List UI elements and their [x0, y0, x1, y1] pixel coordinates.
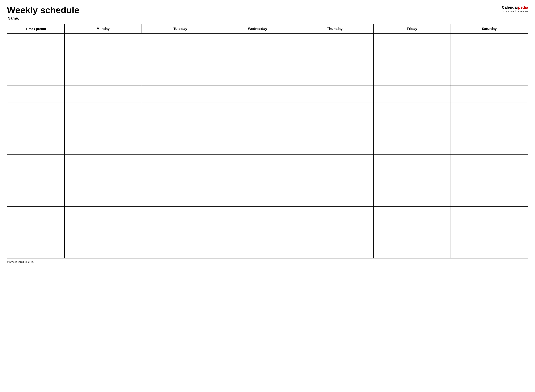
- day-cell: [451, 85, 528, 103]
- day-cell: [296, 85, 373, 103]
- table-row: [7, 137, 528, 154]
- schedule-table: Time / period Monday Tuesday Wednesday T…: [7, 24, 528, 258]
- day-cell: [451, 189, 528, 206]
- day-cell: [142, 154, 219, 172]
- day-cell: [451, 172, 528, 189]
- time-cell: [7, 172, 65, 189]
- col-header-monday: Monday: [65, 24, 142, 33]
- col-header-friday: Friday: [373, 24, 451, 33]
- page-header: Weekly schedule Name: Calendarpedia Your…: [7, 5, 528, 21]
- logo-pedia-text: pedia: [518, 5, 528, 9]
- table-row: [7, 85, 528, 103]
- day-cell: [451, 241, 528, 258]
- day-cell: [373, 154, 451, 172]
- day-cell: [219, 224, 296, 241]
- time-cell: [7, 154, 65, 172]
- day-cell: [451, 137, 528, 154]
- day-cell: [219, 154, 296, 172]
- table-header-row: Time / period Monday Tuesday Wednesday T…: [7, 24, 528, 33]
- day-cell: [373, 189, 451, 206]
- day-cell: [65, 189, 142, 206]
- day-cell: [65, 154, 142, 172]
- time-cell: [7, 224, 65, 241]
- day-cell: [373, 103, 451, 120]
- page-title: Weekly schedule: [7, 5, 79, 15]
- day-cell: [219, 103, 296, 120]
- day-cell: [373, 33, 451, 51]
- day-cell: [219, 120, 296, 137]
- table-row: [7, 33, 528, 51]
- col-header-thursday: Thursday: [296, 24, 373, 33]
- day-cell: [373, 172, 451, 189]
- col-header-tuesday: Tuesday: [142, 24, 219, 33]
- day-cell: [451, 51, 528, 68]
- name-label: Name:: [8, 16, 79, 21]
- day-cell: [142, 103, 219, 120]
- day-cell: [219, 51, 296, 68]
- day-cell: [373, 224, 451, 241]
- day-cell: [65, 103, 142, 120]
- day-cell: [373, 241, 451, 258]
- day-cell: [296, 154, 373, 172]
- logo-text: Calendarpedia: [502, 5, 528, 10]
- day-cell: [373, 51, 451, 68]
- day-cell: [296, 120, 373, 137]
- day-cell: [65, 172, 142, 189]
- day-cell: [296, 241, 373, 258]
- day-cell: [65, 241, 142, 258]
- day-cell: [219, 85, 296, 103]
- day-cell: [296, 51, 373, 68]
- time-cell: [7, 241, 65, 258]
- day-cell: [296, 137, 373, 154]
- day-cell: [451, 120, 528, 137]
- day-cell: [142, 224, 219, 241]
- day-cell: [219, 241, 296, 258]
- table-row: [7, 120, 528, 137]
- footer-url: © www.calendarpedia.com: [7, 261, 33, 263]
- day-cell: [142, 206, 219, 224]
- day-cell: [219, 189, 296, 206]
- table-row: [7, 154, 528, 172]
- day-cell: [142, 172, 219, 189]
- logo-subtitle: Your source for calendars: [502, 10, 528, 13]
- day-cell: [65, 68, 142, 85]
- day-cell: [65, 85, 142, 103]
- logo-area: Calendarpedia Your source for calendars: [502, 5, 528, 13]
- day-cell: [142, 33, 219, 51]
- day-cell: [142, 85, 219, 103]
- day-cell: [219, 68, 296, 85]
- time-cell: [7, 68, 65, 85]
- day-cell: [373, 206, 451, 224]
- col-header-time: Time / period: [7, 24, 65, 33]
- logo-calendar-text: Calendar: [502, 5, 518, 9]
- day-cell: [296, 33, 373, 51]
- time-cell: [7, 137, 65, 154]
- table-row: [7, 241, 528, 258]
- day-cell: [296, 172, 373, 189]
- day-cell: [296, 189, 373, 206]
- day-cell: [219, 137, 296, 154]
- day-cell: [65, 137, 142, 154]
- day-cell: [65, 206, 142, 224]
- day-cell: [373, 137, 451, 154]
- day-cell: [296, 224, 373, 241]
- table-row: [7, 224, 528, 241]
- day-cell: [142, 137, 219, 154]
- day-cell: [142, 68, 219, 85]
- table-row: [7, 68, 528, 85]
- day-cell: [65, 120, 142, 137]
- table-row: [7, 103, 528, 120]
- day-cell: [219, 206, 296, 224]
- table-row: [7, 206, 528, 224]
- day-cell: [296, 206, 373, 224]
- table-row: [7, 172, 528, 189]
- day-cell: [373, 120, 451, 137]
- table-row: [7, 51, 528, 68]
- day-cell: [65, 51, 142, 68]
- day-cell: [65, 224, 142, 241]
- day-cell: [142, 51, 219, 68]
- day-cell: [219, 33, 296, 51]
- day-cell: [142, 241, 219, 258]
- day-cell: [65, 33, 142, 51]
- title-area: Weekly schedule Name:: [7, 5, 79, 21]
